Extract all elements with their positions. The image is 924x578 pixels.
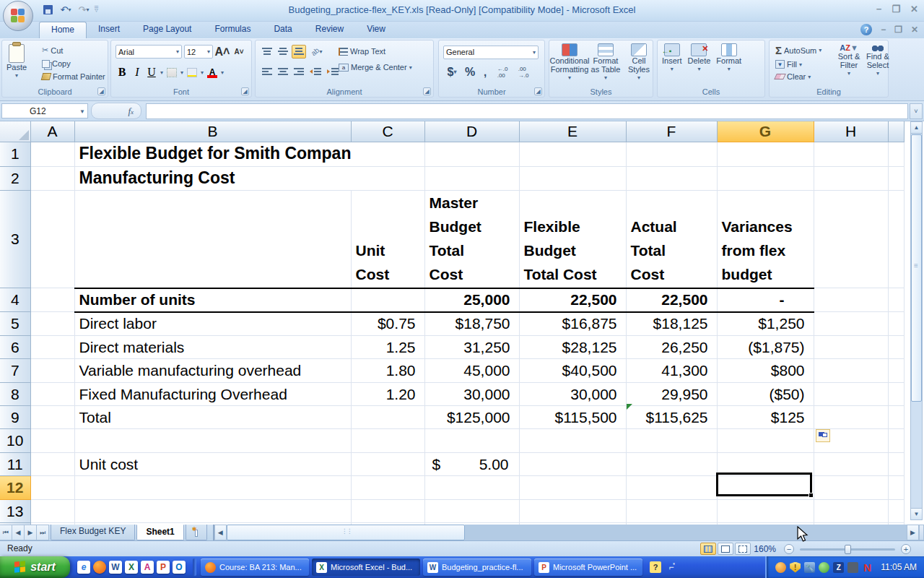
copy-button[interactable]: Copy	[40, 59, 108, 69]
wrap-text-button[interactable]: Wrap Text	[336, 46, 414, 56]
middle-align-button[interactable]	[276, 45, 290, 59]
page-break-view-button[interactable]	[735, 543, 751, 555]
scroll-left-button[interactable]: ◀	[214, 525, 227, 540]
cell-c6[interactable]: 1.25	[351, 336, 424, 359]
active-cell-selection[interactable]	[716, 473, 812, 496]
help-notification-icon[interactable]: ?	[650, 561, 661, 573]
scrollbar-split-handle[interactable]	[919, 525, 924, 540]
scroll-down-button[interactable]: ▼	[911, 508, 922, 519]
fill-color-arrow[interactable]: ▾	[201, 69, 204, 76]
firefox-quicklaunch-icon[interactable]	[93, 561, 106, 574]
format-painter-button[interactable]: Format Painter	[40, 72, 108, 82]
cell-b7[interactable]: Variable manufacturing overhead	[74, 359, 351, 383]
cell-b1[interactable]: Flexible Budget for Smith Company	[74, 142, 351, 166]
ie-quicklaunch-icon[interactable]: e	[77, 561, 90, 574]
cell-d9[interactable]: $125,000	[424, 406, 519, 429]
task-button-excel[interactable]: X Microsoft Excel - Bud...	[312, 558, 420, 576]
cell-e8[interactable]: 30,000	[519, 383, 626, 406]
row-header-9[interactable]: 9	[0, 406, 30, 429]
cell-b8[interactable]: Fixed Manufacturing Overhead	[74, 383, 351, 406]
cell-c3[interactable]: Unit Cost	[351, 190, 424, 288]
insert-worksheet-button[interactable]	[186, 525, 207, 540]
access-quicklaunch-icon[interactable]: A	[141, 561, 154, 574]
tab-insert[interactable]: Insert	[87, 22, 131, 38]
cell-b9[interactable]: Total	[74, 406, 351, 429]
minimize-button[interactable]: −	[876, 4, 882, 14]
row-header-6[interactable]: 6	[0, 336, 30, 359]
tab-page-layout[interactable]: Page Layout	[131, 22, 203, 38]
powerpoint-quicklaunch-icon[interactable]: P	[157, 561, 170, 574]
font-color-button[interactable]: A	[206, 66, 218, 79]
tab-formulas[interactable]: Formulas	[203, 22, 262, 38]
fill-color-button[interactable]	[186, 67, 198, 78]
task-button-word-doc[interactable]: W Budgeting_practice-fl...	[423, 558, 531, 576]
doc-minimize-button[interactable]: −	[881, 25, 886, 35]
decrease-indent-button[interactable]	[308, 65, 323, 79]
cell-g7[interactable]: $800	[717, 359, 814, 383]
col-header-f[interactable]: F	[626, 121, 717, 142]
row-header-7[interactable]: 7	[0, 359, 30, 383]
cell-b5[interactable]: Direct labor	[74, 312, 351, 336]
prev-sheet-button[interactable]: ◀	[12, 525, 25, 540]
tab-review[interactable]: Review	[304, 22, 355, 38]
percent-style-button[interactable]: %	[463, 65, 477, 79]
row-header-12[interactable]: 12	[0, 476, 30, 500]
scroll-up-button[interactable]: ▲	[911, 122, 922, 134]
paste-button[interactable]: Paste▾	[6, 44, 27, 80]
tab-data[interactable]: Data	[262, 22, 303, 38]
col-header-g[interactable]: G	[717, 121, 814, 142]
cell-f8[interactable]: 29,950	[626, 383, 717, 406]
doc-restore-button[interactable]: ❐	[894, 25, 902, 35]
font-size-combo[interactable]: 12▾	[184, 45, 213, 59]
name-box-arrow[interactable]: ▼	[79, 108, 85, 115]
row-header-10[interactable]: 10	[0, 429, 30, 453]
tab-view[interactable]: View	[355, 22, 397, 38]
outlook-quicklaunch-icon[interactable]: O	[173, 561, 186, 574]
cell-f3[interactable]: Actual Total Cost	[626, 190, 717, 288]
shrink-font-button[interactable]: A˅	[232, 45, 246, 59]
alignment-dialog-launcher[interactable]: ◢	[423, 87, 431, 95]
cell-f6[interactable]: 26,250	[626, 336, 717, 359]
bold-button[interactable]: B	[116, 65, 128, 79]
tab-home[interactable]: Home	[39, 22, 87, 38]
horizontal-scroll-track[interactable]	[465, 525, 907, 540]
cell-g8[interactable]: ($50)	[717, 383, 814, 406]
zoom-in-button[interactable]: +	[901, 544, 911, 554]
cell-g3[interactable]: Variances from flex budget	[717, 190, 814, 288]
row-header-8[interactable]: 8	[0, 383, 30, 406]
comma-style-button[interactable]: ,	[479, 65, 491, 79]
sheet-tab-flex-budget-key[interactable]: Flex Budget KEY	[51, 525, 135, 540]
cell-d8[interactable]: 30,000	[424, 383, 519, 406]
cell-g9[interactable]: $125	[717, 406, 814, 429]
tray-shield-icon[interactable]: !	[790, 562, 801, 573]
next-sheet-button[interactable]: ▶	[25, 525, 37, 540]
help-icon[interactable]: ?	[860, 24, 872, 35]
find-select-button[interactable]: Find & Select▾	[865, 43, 891, 78]
cell-c7[interactable]: 1.80	[351, 359, 424, 383]
number-format-combo[interactable]: General▾	[443, 46, 539, 59]
scroll-right-button[interactable]: ▶	[907, 525, 919, 540]
tray-z-icon[interactable]: Z	[833, 562, 844, 573]
cell-e9[interactable]: $115,500	[519, 406, 626, 429]
col-header-d[interactable]: D	[424, 121, 519, 142]
decrease-decimal-button[interactable]: .00→.0	[514, 65, 533, 79]
borders-arrow[interactable]: ▾	[180, 69, 183, 76]
autosum-button[interactable]: ΣAutoSum▾	[773, 43, 824, 57]
font-name-combo[interactable]: Arial▾	[116, 45, 182, 59]
cell-g4[interactable]: -	[717, 288, 814, 312]
format-cells-button[interactable]: Format▾	[716, 43, 741, 74]
col-header-a[interactable]: A	[30, 121, 74, 142]
col-header-h[interactable]: H	[814, 121, 888, 142]
normal-view-button[interactable]	[700, 543, 716, 555]
cell-e3[interactable]: Flexible Budget Total Cost	[519, 190, 626, 288]
cell-d3[interactable]: Master Budget Total Cost	[424, 190, 519, 288]
vertical-scroll-thumb[interactable]	[911, 134, 922, 402]
tray-novell-icon[interactable]: N	[862, 562, 873, 573]
clear-button[interactable]: Clear▾	[773, 72, 824, 82]
doc-close-button[interactable]: ✕	[911, 25, 918, 35]
cell-e6[interactable]: $28,125	[519, 336, 626, 359]
first-sheet-button[interactable]: ⏮	[0, 525, 12, 540]
underline-arrow[interactable]: ▾	[160, 69, 163, 76]
italic-button[interactable]: I	[131, 65, 143, 79]
row-header-11[interactable]: 11	[0, 453, 30, 476]
